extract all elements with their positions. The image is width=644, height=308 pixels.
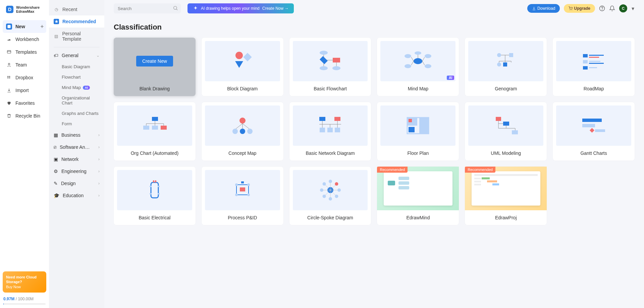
template-card-circle-spoke-diagram[interactable]: Circle-Spoke Diagram bbox=[289, 167, 371, 225]
svg-rect-67 bbox=[319, 117, 325, 121]
create-new-button[interactable]: Create New bbox=[136, 56, 173, 67]
group-icon: ✎ bbox=[54, 181, 58, 186]
template-label: Org Chart (Automated) bbox=[114, 146, 196, 161]
template-grid: Create NewBlank DrawingBlock DiagramBasi… bbox=[114, 38, 635, 225]
tab-personal-template[interactable]: ▤Personal Template bbox=[49, 28, 104, 45]
svg-rect-77 bbox=[335, 128, 340, 132]
nav-item-new[interactable]: New+ bbox=[3, 20, 46, 33]
group-design[interactable]: ✎Design› bbox=[49, 177, 104, 189]
group-network[interactable]: ▣Network› bbox=[49, 153, 104, 165]
nav-item-favorites[interactable]: Favorites bbox=[3, 97, 46, 109]
template-card-basic-network-diagram[interactable]: Basic Network Diagram bbox=[289, 102, 371, 161]
nav-item-recycle-bin[interactable]: Recycle Bin bbox=[3, 109, 46, 122]
template-card-blank-drawing[interactable]: Create NewBlank Drawing bbox=[114, 38, 196, 96]
group-label: Engineering bbox=[61, 169, 87, 174]
download-button[interactable]: Download bbox=[527, 4, 560, 13]
group-icon: ▣ bbox=[54, 157, 58, 162]
ai-banner[interactable]: AI drawing helps open your mind Create N… bbox=[187, 3, 294, 13]
template-thumbnail bbox=[205, 41, 280, 81]
svg-rect-57 bbox=[143, 126, 149, 130]
workbench-icon bbox=[6, 36, 12, 42]
group-software-an-[interactable]: ⎚Software An…› bbox=[49, 141, 104, 153]
template-label: Basic Network Diagram bbox=[289, 146, 371, 161]
template-thumbnail bbox=[117, 105, 192, 146]
template-card-mind-map[interactable]: AIMind Map bbox=[377, 38, 459, 96]
template-card-process-p-id[interactable]: Process P&ID bbox=[202, 167, 283, 225]
template-card-block-diagram[interactable]: Block Diagram bbox=[202, 38, 283, 96]
svg-rect-96 bbox=[150, 186, 152, 187]
group-education[interactable]: 🎓Education› bbox=[49, 189, 104, 202]
group-label: Network bbox=[61, 157, 78, 162]
template-thumbnail bbox=[556, 41, 631, 81]
storage-used: 0.97M bbox=[3, 297, 14, 301]
tab-recent[interactable]: ◷Recent bbox=[49, 3, 104, 15]
subcat-mind-map[interactable]: Mind MapAI bbox=[49, 82, 104, 93]
svg-rect-90 bbox=[512, 130, 518, 134]
template-card-edrawproj[interactable]: RecommendedEdrawProj bbox=[465, 167, 547, 225]
group-general[interactable]: 🏷 General ⌄ bbox=[49, 49, 104, 61]
search-box bbox=[114, 3, 181, 13]
nav-item-templates[interactable]: Templates bbox=[3, 46, 46, 58]
content-area: Classification Create NewBlank DrawingBl… bbox=[104, 17, 644, 308]
bell-icon[interactable] bbox=[609, 5, 615, 11]
subcat-organizational-chart[interactable]: Organizational Chart bbox=[49, 93, 104, 108]
template-card-roadmap[interactable]: RoadMap bbox=[553, 38, 635, 96]
nav-label: Import bbox=[15, 88, 29, 93]
nav-item-dropbox[interactable]: Dropbox bbox=[3, 71, 46, 84]
template-card-concept-map[interactable]: Concept Map bbox=[202, 102, 283, 161]
svg-point-4 bbox=[174, 6, 177, 9]
template-thumbnail bbox=[293, 41, 368, 81]
group-engineering[interactable]: ⚙Engineering› bbox=[49, 165, 104, 177]
template-thumbnail: Recommended bbox=[377, 167, 459, 210]
svg-rect-68 bbox=[334, 117, 340, 121]
subcat-form[interactable]: Form bbox=[49, 119, 104, 129]
user-avatar[interactable]: C bbox=[619, 4, 627, 12]
upgrade-button[interactable]: Upgrade bbox=[564, 4, 595, 13]
svg-line-29 bbox=[411, 61, 414, 65]
svg-rect-95 bbox=[151, 182, 158, 198]
template-card-floor-plan[interactable]: Floor Plan bbox=[377, 102, 459, 161]
svg-rect-51 bbox=[152, 117, 158, 121]
svg-point-121 bbox=[322, 182, 326, 186]
template-card-org-chart-automated-[interactable]: Org Chart (Automated) bbox=[114, 102, 196, 161]
svg-point-33 bbox=[497, 53, 501, 57]
group-business[interactable]: ▦Business› bbox=[49, 129, 104, 141]
subcat-flowchart[interactable]: Flowchart bbox=[49, 72, 104, 82]
group-label: Business bbox=[61, 132, 80, 138]
template-card-basic-flowchart[interactable]: Basic Flowchart bbox=[289, 38, 371, 96]
help-icon[interactable] bbox=[599, 5, 605, 11]
svg-rect-80 bbox=[419, 118, 429, 134]
nav-item-team[interactable]: Team bbox=[3, 58, 46, 71]
tab-recommended[interactable]: ★Recommended bbox=[49, 15, 104, 28]
tab-label: Recommended bbox=[62, 19, 96, 24]
search-input[interactable] bbox=[114, 3, 181, 13]
group-icon: 🎓 bbox=[54, 193, 59, 198]
nav-item-workbench[interactable]: Workbench bbox=[3, 33, 46, 46]
template-thumbnail bbox=[380, 105, 455, 146]
subcat-basic-diagram[interactable]: Basic Diagram bbox=[49, 61, 104, 72]
svg-rect-15 bbox=[320, 56, 328, 64]
svg-rect-94 bbox=[595, 129, 605, 132]
template-card-basic-electrical[interactable]: Basic Electrical bbox=[114, 167, 196, 225]
svg-point-119 bbox=[320, 188, 323, 192]
template-card-uml-modeling[interactable]: UML Modeling bbox=[465, 102, 547, 161]
template-card-genogram[interactable]: Genogram bbox=[465, 38, 547, 96]
subcat-graphs-and-charts[interactable]: Graphs and Charts bbox=[49, 108, 104, 119]
svg-point-9 bbox=[602, 9, 602, 10]
template-card-gantt-charts[interactable]: Gantt Charts bbox=[553, 102, 635, 161]
storage-promo[interactable]: Need more Cloud Storage? Buy Now bbox=[3, 271, 46, 293]
app-root: D Wondershare EdrawMax New+WorkbenchTemp… bbox=[0, 0, 644, 308]
nav-item-import[interactable]: Import bbox=[3, 84, 46, 97]
sidebar-divider bbox=[54, 47, 100, 47]
caret-down-icon[interactable]: ▾ bbox=[631, 5, 635, 11]
template-thumbnail: Create New bbox=[117, 41, 192, 81]
plus-icon[interactable]: + bbox=[41, 24, 44, 30]
svg-rect-93 bbox=[590, 128, 594, 132]
search-icon[interactable] bbox=[173, 5, 178, 12]
chevron-right-icon: › bbox=[98, 193, 100, 198]
svg-point-13 bbox=[320, 51, 328, 55]
template-card-edrawmind[interactable]: RecommendedEdrawMind bbox=[377, 167, 459, 225]
storage-bar bbox=[3, 303, 46, 305]
svg-point-22 bbox=[414, 58, 422, 64]
svg-rect-48 bbox=[589, 63, 604, 64]
